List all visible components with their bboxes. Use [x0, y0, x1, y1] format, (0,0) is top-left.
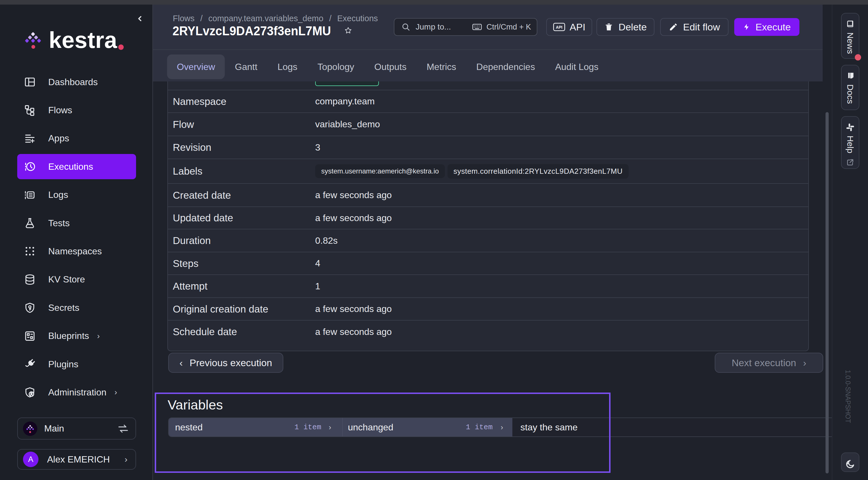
svg-text:API: API [556, 25, 562, 30]
